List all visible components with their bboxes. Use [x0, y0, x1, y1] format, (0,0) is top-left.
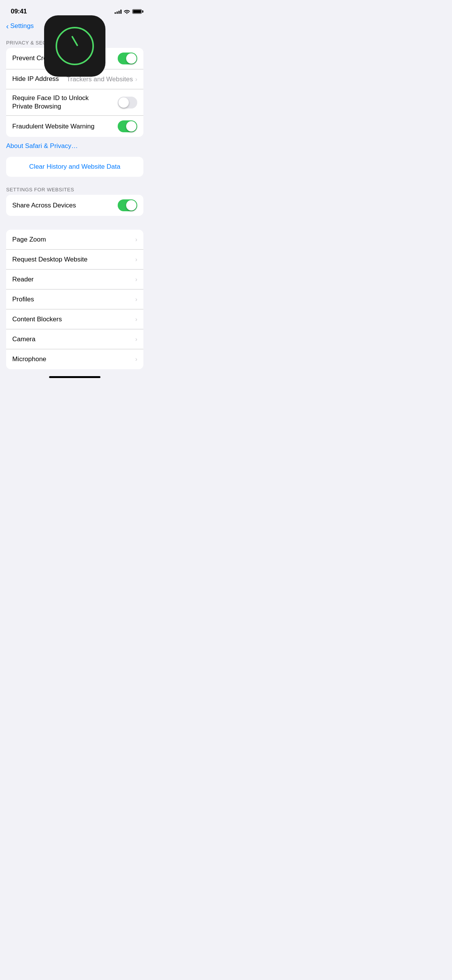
toggle-knob: [126, 200, 136, 210]
clear-history-button[interactable]: Clear History and Website Data: [6, 157, 143, 177]
profiles-label: Profiles: [12, 295, 135, 304]
toggle-knob: [126, 53, 136, 64]
about-safari-link[interactable]: About Safari & Privacy…: [0, 140, 150, 154]
settings-for-websites-label: SETTINGS FOR WEBSITES: [0, 184, 150, 195]
page-zoom-row[interactable]: Page Zoom ›: [6, 230, 143, 250]
content-blockers-label: Content Blockers: [12, 315, 135, 324]
status-time: 09:41: [11, 8, 27, 15]
chevron-icon: ›: [135, 256, 137, 263]
chevron-icon: ›: [135, 336, 137, 343]
profiles-row[interactable]: Profiles ›: [6, 289, 143, 309]
website-options-group: Page Zoom › Request Desktop Website › Re…: [6, 230, 143, 369]
back-label: Settings: [10, 22, 34, 30]
chevron-icon: ›: [135, 236, 137, 243]
status-icons: [115, 9, 142, 14]
back-chevron-icon: ‹: [6, 22, 9, 30]
app-icon-slash: [71, 36, 78, 46]
wifi-icon: [124, 9, 130, 14]
chevron-icon: ›: [135, 356, 137, 363]
prevent-cross-site-tracking-toggle[interactable]: [118, 53, 137, 64]
microphone-label: Microphone: [12, 355, 135, 363]
require-face-id-label: Require Face ID to Unlock Private Browsi…: [12, 94, 118, 111]
home-indicator: [0, 372, 150, 381]
reader-label: Reader: [12, 275, 135, 284]
camera-label: Camera: [12, 335, 135, 344]
camera-row[interactable]: Camera ›: [6, 329, 143, 349]
reader-row[interactable]: Reader ›: [6, 270, 143, 289]
clear-history-group: Clear History and Website Data: [6, 157, 143, 177]
share-across-devices-toggle[interactable]: [118, 199, 137, 211]
require-face-id-toggle[interactable]: [118, 97, 137, 109]
toggle-knob: [118, 97, 129, 108]
battery-icon: [132, 9, 142, 14]
app-icon: [44, 15, 105, 77]
toggle-knob: [126, 121, 136, 132]
content-blockers-row[interactable]: Content Blockers ›: [6, 309, 143, 329]
chevron-icon: ›: [135, 76, 137, 83]
home-bar: [49, 376, 100, 378]
microphone-row[interactable]: Microphone ›: [6, 349, 143, 369]
chevron-icon: ›: [135, 276, 137, 283]
page-zoom-label: Page Zoom: [12, 235, 135, 244]
request-desktop-website-row[interactable]: Request Desktop Website ›: [6, 250, 143, 270]
request-desktop-website-label: Request Desktop Website: [12, 255, 135, 264]
fraudulent-website-warning-row[interactable]: Fraudulent Website Warning: [6, 116, 143, 137]
fraudulent-website-warning-toggle[interactable]: [118, 120, 137, 132]
share-across-devices-label: Share Across Devices: [12, 201, 118, 210]
share-across-devices-group: Share Across Devices: [6, 195, 143, 216]
require-face-id-row[interactable]: Require Face ID to Unlock Private Browsi…: [6, 89, 143, 116]
app-icon-circle: [56, 27, 94, 65]
chevron-icon: ›: [135, 316, 137, 323]
share-across-devices-row[interactable]: Share Across Devices: [6, 195, 143, 216]
fraudulent-website-warning-label: Fraudulent Website Warning: [12, 122, 118, 131]
back-button[interactable]: ‹ Settings: [6, 22, 34, 30]
chevron-icon: ›: [135, 296, 137, 303]
signal-icon: [115, 9, 122, 14]
